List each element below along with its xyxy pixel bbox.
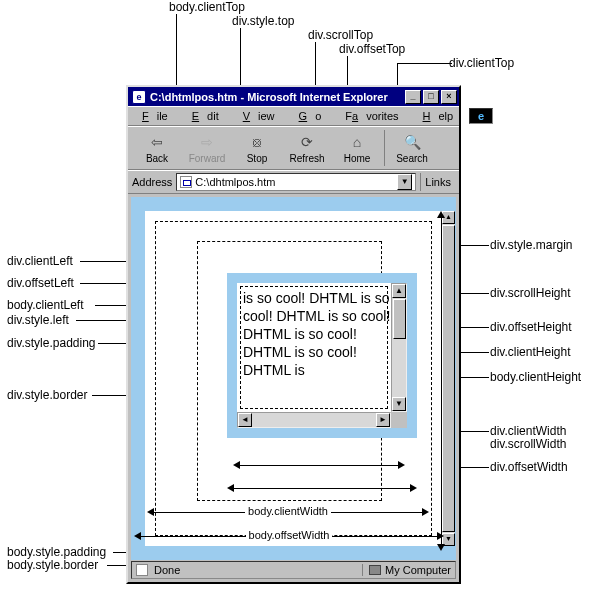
zone-indicator: My Computer [362, 564, 451, 576]
callout-div-clientleft: div.clientLeft [7, 254, 73, 268]
ie-window: e C:\dhtmlpos.htm - Microsoft Internet E… [126, 85, 461, 584]
callout-body-clientheight: body.clientHeight [490, 370, 581, 384]
status-text: Done [154, 564, 180, 576]
div-scrollbar-horizontal[interactable]: ◄ ► [237, 412, 391, 428]
document-body: ▲ ▼ is so cool! DHTML is so cool! DHTML … [131, 197, 456, 560]
status-icon [136, 564, 148, 576]
callout-div-offsetleft: div.offsetLeft [7, 276, 74, 290]
callout-div-style-border: div.style.border [7, 388, 87, 402]
toolbar-separator [384, 130, 385, 166]
callout-div-offsettop: div.offsetTop [339, 42, 405, 56]
callout-div-style-margin: div.style.margin [490, 238, 572, 252]
div-scrollbar-vertical[interactable]: ▲ ▼ [391, 283, 407, 412]
url-dropdown-button[interactable]: ▼ [397, 174, 412, 190]
close-button[interactable]: × [441, 90, 457, 104]
dim-body-clientheight [434, 211, 448, 551]
menu-help[interactable]: Help [415, 108, 470, 124]
app-icon: e [132, 90, 146, 104]
callout-body-style-border: body.style.border [7, 558, 98, 572]
callout-body-clienttop: body.clientTop [169, 0, 245, 14]
menu-bar: File Edit View Go Favorites Help e [128, 106, 459, 126]
callout-div-scrollwidth: div.scrollWidth [490, 437, 566, 451]
minimize-button[interactable]: _ [405, 90, 421, 104]
zone-text: My Computer [385, 564, 451, 576]
window-titlebar: e C:\dhtmlpos.htm - Microsoft Internet E… [128, 87, 459, 106]
callout-body-style-padding: body.style.padding [7, 545, 106, 559]
menu-edit[interactable]: Edit [184, 108, 235, 124]
ie-logo-icon: e [469, 108, 493, 124]
menu-view[interactable]: View [235, 108, 291, 124]
stop-button[interactable]: ⦻Stop [232, 128, 282, 168]
callout-div-scrollheight: div.scrollHeight [490, 286, 570, 300]
menu-go[interactable]: Go [291, 108, 338, 124]
address-label: Address [132, 176, 172, 188]
back-button[interactable]: ⇦Back [132, 128, 182, 168]
url-text: C:\dhtmlpos.htm [195, 176, 275, 188]
toolbar: ⇦Back ⇨Forward ⦻Stop ⟳Refresh ⌂Home 🔍Sea… [128, 126, 459, 170]
links-toolbar[interactable]: Links [420, 173, 455, 191]
home-icon: ⌂ [347, 133, 367, 151]
callout-div-offsetwidth: div.offsetWidth [490, 460, 568, 474]
inner-div-content: is so cool! DHTML is so cool! DHTML is s… [237, 283, 407, 428]
refresh-icon: ⟳ [297, 133, 317, 151]
forward-button[interactable]: ⇨Forward [182, 128, 232, 168]
arrow-left-icon: ⇦ [147, 133, 167, 151]
stop-icon: ⦻ [247, 133, 267, 151]
menu-file[interactable]: File [134, 108, 184, 124]
search-icon: 🔍 [402, 133, 422, 151]
window-title: C:\dhtmlpos.htm - Microsoft Internet Exp… [150, 91, 388, 103]
menu-favorites[interactable]: Favorites [337, 108, 414, 124]
callout-div-style-padding: div.style.padding [7, 336, 96, 350]
scroll-down-icon[interactable]: ▼ [392, 397, 406, 411]
dim-div-clientwidth [233, 458, 405, 472]
scroll-up-icon[interactable]: ▲ [392, 284, 406, 298]
callout-div-clientheight: div.clientHeight [490, 345, 570, 359]
dim-body-clientwidth: body.clientWidth [147, 505, 429, 519]
inner-div: is so cool! DHTML is so cool! DHTML is s… [227, 273, 417, 438]
scroll-right-icon[interactable]: ► [376, 413, 390, 427]
refresh-button[interactable]: ⟳Refresh [282, 128, 332, 168]
callout-div-offsetheight: div.offsetHeight [490, 320, 572, 334]
status-bar: Done My Computer [131, 561, 456, 579]
scroll-track[interactable] [252, 413, 376, 427]
scrollbar-corner [391, 412, 407, 428]
content-text: is so cool! DHTML is so cool! DHTML is s… [243, 289, 407, 379]
scroll-thumb[interactable] [393, 299, 406, 339]
callout-div-style-left: div.style.left [7, 313, 69, 327]
callout-body-clientleft: body.clientLeft [7, 298, 84, 312]
scroll-left-icon[interactable]: ◄ [238, 413, 252, 427]
callout-div-style-top: div.style.top [232, 14, 294, 28]
callout-div-scrolltop: div.scrollTop [308, 28, 373, 42]
maximize-button[interactable]: □ [423, 90, 439, 104]
callout-div-clienttop: div.clientTop [449, 56, 514, 70]
dim-body-offsetwidth: body.offsetWidth [134, 529, 444, 543]
lead [397, 63, 452, 64]
search-button[interactable]: 🔍Search [387, 128, 437, 168]
home-button[interactable]: ⌂Home [332, 128, 382, 168]
address-bar: Address C:\dhtmlpos.htm ▼ Links [128, 170, 459, 194]
dim-div-offsetwidth [227, 481, 417, 495]
arrow-right-icon: ⇨ [197, 133, 217, 151]
url-input[interactable]: C:\dhtmlpos.htm ▼ [176, 173, 416, 191]
document-icon [180, 176, 192, 188]
callout-div-clientwidth: div.clientWidth [490, 424, 566, 438]
computer-icon [369, 565, 381, 575]
diagram-stage: body.clientTop div.style.top div.scrollT… [0, 0, 609, 602]
